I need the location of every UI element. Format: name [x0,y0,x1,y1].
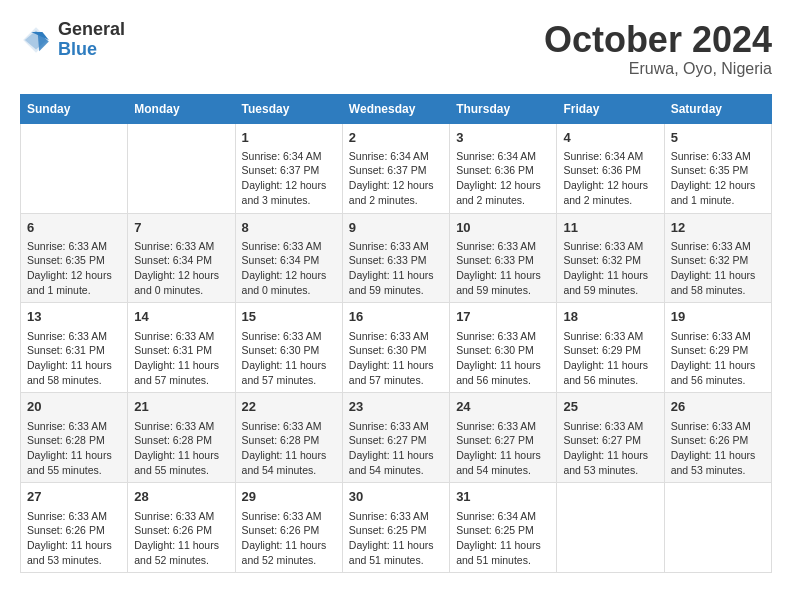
day-number: 2 [349,129,443,147]
day-info: Sunrise: 6:33 AM Sunset: 6:32 PM Dayligh… [671,239,765,298]
day-number: 28 [134,488,228,506]
day-info: Sunrise: 6:33 AM Sunset: 6:30 PM Dayligh… [242,329,336,388]
calendar-cell: 10Sunrise: 6:33 AM Sunset: 6:33 PM Dayli… [450,213,557,303]
day-number: 24 [456,398,550,416]
weekday-header-friday: Friday [557,94,664,123]
logo-line1: General [58,20,125,40]
calendar-cell: 12Sunrise: 6:33 AM Sunset: 6:32 PM Dayli… [664,213,771,303]
day-number: 16 [349,308,443,326]
day-info: Sunrise: 6:33 AM Sunset: 6:26 PM Dayligh… [27,509,121,568]
day-number: 23 [349,398,443,416]
logo: General Blue [20,20,125,60]
calendar-cell: 18Sunrise: 6:33 AM Sunset: 6:29 PM Dayli… [557,303,664,393]
calendar-cell: 3Sunrise: 6:34 AM Sunset: 6:36 PM Daylig… [450,123,557,213]
day-info: Sunrise: 6:34 AM Sunset: 6:25 PM Dayligh… [456,509,550,568]
day-info: Sunrise: 6:33 AM Sunset: 6:28 PM Dayligh… [242,419,336,478]
calendar-cell: 1Sunrise: 6:34 AM Sunset: 6:37 PM Daylig… [235,123,342,213]
day-info: Sunrise: 6:33 AM Sunset: 6:27 PM Dayligh… [563,419,657,478]
day-info: Sunrise: 6:33 AM Sunset: 6:29 PM Dayligh… [671,329,765,388]
day-number: 1 [242,129,336,147]
day-info: Sunrise: 6:33 AM Sunset: 6:28 PM Dayligh… [27,419,121,478]
weekday-header-monday: Monday [128,94,235,123]
calendar-cell: 23Sunrise: 6:33 AM Sunset: 6:27 PM Dayli… [342,393,449,483]
day-info: Sunrise: 6:33 AM Sunset: 6:35 PM Dayligh… [27,239,121,298]
week-row-1: 1Sunrise: 6:34 AM Sunset: 6:37 PM Daylig… [21,123,772,213]
day-info: Sunrise: 6:33 AM Sunset: 6:27 PM Dayligh… [349,419,443,478]
day-info: Sunrise: 6:33 AM Sunset: 6:29 PM Dayligh… [563,329,657,388]
calendar-cell: 28Sunrise: 6:33 AM Sunset: 6:26 PM Dayli… [128,483,235,573]
day-number: 27 [27,488,121,506]
day-number: 30 [349,488,443,506]
day-info: Sunrise: 6:34 AM Sunset: 6:36 PM Dayligh… [563,149,657,208]
day-info: Sunrise: 6:33 AM Sunset: 6:31 PM Dayligh… [134,329,228,388]
day-number: 31 [456,488,550,506]
calendar-table: SundayMondayTuesdayWednesdayThursdayFrid… [20,94,772,574]
day-info: Sunrise: 6:33 AM Sunset: 6:27 PM Dayligh… [456,419,550,478]
day-info: Sunrise: 6:33 AM Sunset: 6:26 PM Dayligh… [134,509,228,568]
day-number: 25 [563,398,657,416]
day-info: Sunrise: 6:34 AM Sunset: 6:37 PM Dayligh… [242,149,336,208]
day-number: 6 [27,219,121,237]
weekday-header-sunday: Sunday [21,94,128,123]
day-info: Sunrise: 6:33 AM Sunset: 6:28 PM Dayligh… [134,419,228,478]
logo-icon [20,24,52,56]
calendar-cell: 16Sunrise: 6:33 AM Sunset: 6:30 PM Dayli… [342,303,449,393]
day-number: 21 [134,398,228,416]
calendar-cell: 24Sunrise: 6:33 AM Sunset: 6:27 PM Dayli… [450,393,557,483]
calendar-cell: 29Sunrise: 6:33 AM Sunset: 6:26 PM Dayli… [235,483,342,573]
day-number: 29 [242,488,336,506]
day-info: Sunrise: 6:34 AM Sunset: 6:36 PM Dayligh… [456,149,550,208]
calendar-cell: 17Sunrise: 6:33 AM Sunset: 6:30 PM Dayli… [450,303,557,393]
day-number: 8 [242,219,336,237]
month-title: October 2024 [544,20,772,60]
day-number: 13 [27,308,121,326]
day-info: Sunrise: 6:33 AM Sunset: 6:35 PM Dayligh… [671,149,765,208]
calendar-cell: 6Sunrise: 6:33 AM Sunset: 6:35 PM Daylig… [21,213,128,303]
calendar-cell: 22Sunrise: 6:33 AM Sunset: 6:28 PM Dayli… [235,393,342,483]
logo-text: General Blue [58,20,125,60]
calendar-cell: 21Sunrise: 6:33 AM Sunset: 6:28 PM Dayli… [128,393,235,483]
logo-line2: Blue [58,40,125,60]
day-number: 4 [563,129,657,147]
weekday-header-saturday: Saturday [664,94,771,123]
day-info: Sunrise: 6:33 AM Sunset: 6:26 PM Dayligh… [671,419,765,478]
calendar-cell: 11Sunrise: 6:33 AM Sunset: 6:32 PM Dayli… [557,213,664,303]
day-info: Sunrise: 6:33 AM Sunset: 6:31 PM Dayligh… [27,329,121,388]
day-number: 22 [242,398,336,416]
week-row-3: 13Sunrise: 6:33 AM Sunset: 6:31 PM Dayli… [21,303,772,393]
week-row-4: 20Sunrise: 6:33 AM Sunset: 6:28 PM Dayli… [21,393,772,483]
day-number: 5 [671,129,765,147]
day-number: 18 [563,308,657,326]
calendar-cell: 20Sunrise: 6:33 AM Sunset: 6:28 PM Dayli… [21,393,128,483]
calendar-cell: 14Sunrise: 6:33 AM Sunset: 6:31 PM Dayli… [128,303,235,393]
weekday-header-thursday: Thursday [450,94,557,123]
calendar-cell: 8Sunrise: 6:33 AM Sunset: 6:34 PM Daylig… [235,213,342,303]
day-number: 17 [456,308,550,326]
day-number: 15 [242,308,336,326]
day-number: 19 [671,308,765,326]
calendar-cell [21,123,128,213]
calendar-cell: 26Sunrise: 6:33 AM Sunset: 6:26 PM Dayli… [664,393,771,483]
calendar-cell: 27Sunrise: 6:33 AM Sunset: 6:26 PM Dayli… [21,483,128,573]
location: Eruwa, Oyo, Nigeria [544,60,772,78]
day-info: Sunrise: 6:33 AM Sunset: 6:34 PM Dayligh… [242,239,336,298]
day-number: 3 [456,129,550,147]
page-header: General Blue October 2024 Eruwa, Oyo, Ni… [20,20,772,78]
calendar-cell: 4Sunrise: 6:34 AM Sunset: 6:36 PM Daylig… [557,123,664,213]
day-info: Sunrise: 6:33 AM Sunset: 6:26 PM Dayligh… [242,509,336,568]
calendar-cell: 9Sunrise: 6:33 AM Sunset: 6:33 PM Daylig… [342,213,449,303]
day-number: 11 [563,219,657,237]
weekday-header-row: SundayMondayTuesdayWednesdayThursdayFrid… [21,94,772,123]
day-info: Sunrise: 6:33 AM Sunset: 6:33 PM Dayligh… [349,239,443,298]
day-number: 7 [134,219,228,237]
calendar-cell: 25Sunrise: 6:33 AM Sunset: 6:27 PM Dayli… [557,393,664,483]
day-info: Sunrise: 6:33 AM Sunset: 6:34 PM Dayligh… [134,239,228,298]
day-info: Sunrise: 6:33 AM Sunset: 6:33 PM Dayligh… [456,239,550,298]
calendar-cell: 7Sunrise: 6:33 AM Sunset: 6:34 PM Daylig… [128,213,235,303]
calendar-cell [128,123,235,213]
calendar-cell: 31Sunrise: 6:34 AM Sunset: 6:25 PM Dayli… [450,483,557,573]
week-row-2: 6Sunrise: 6:33 AM Sunset: 6:35 PM Daylig… [21,213,772,303]
week-row-5: 27Sunrise: 6:33 AM Sunset: 6:26 PM Dayli… [21,483,772,573]
day-info: Sunrise: 6:33 AM Sunset: 6:30 PM Dayligh… [456,329,550,388]
calendar-cell: 15Sunrise: 6:33 AM Sunset: 6:30 PM Dayli… [235,303,342,393]
